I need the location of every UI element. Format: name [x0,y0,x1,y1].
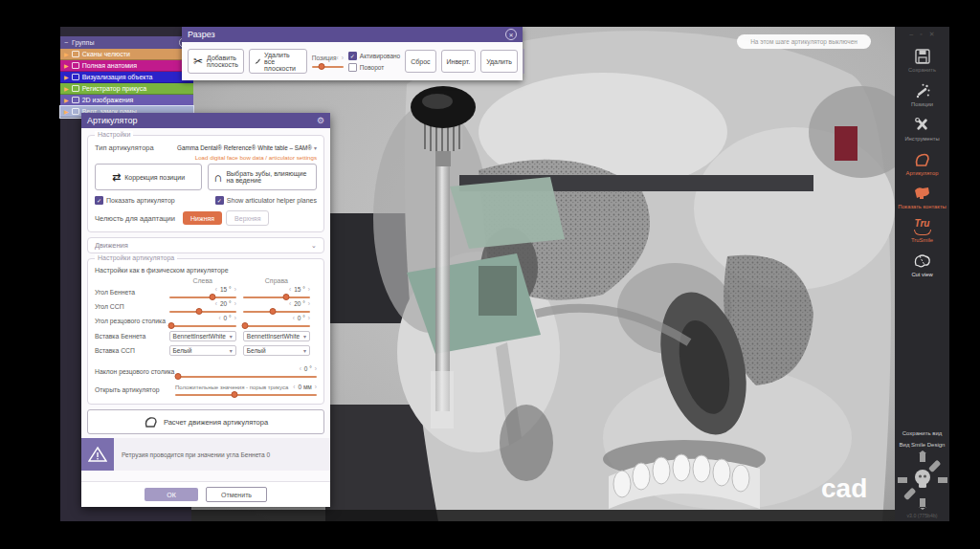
scp-angle-right-slider[interactable] [243,311,310,313]
bennett-angle-right-value[interactable]: 15 ° [294,286,305,293]
stepper-left-icon[interactable]: ‹ [218,315,220,321]
stepper-left-icon[interactable]: ‹ [293,384,295,390]
incisal-tilt-value[interactable]: 0 ° [304,365,312,372]
sidebar-item-articulator[interactable]: Артикулятор [895,152,949,177]
save-view-button[interactable]: Сохранить вид [902,430,943,436]
movements-section-toggle[interactable]: Движения ⌄ [87,237,324,253]
stepper-left-icon[interactable]: ‹ [337,55,339,61]
stepper-right-icon[interactable]: › [234,315,236,321]
slider-handle[interactable] [167,322,174,329]
select-guidance-teeth-button[interactable]: ∩ Выбрать зубы, влияющие на ведение [208,164,317,190]
incisal-angle-right-value[interactable]: 0 ° [298,315,305,321]
articulator-type-value[interactable]: Gamma Dental® Reference® White table – S… [177,144,312,151]
sidebar-item-positions[interactable]: Позиции [895,82,949,108]
slider-handle[interactable] [241,322,248,329]
reset-button[interactable]: Сброс [405,50,435,73]
expand-icon[interactable]: ▶ [64,62,69,69]
rotate-checkbox-row[interactable]: Поворот [348,63,400,72]
articulator-dialog-titlebar[interactable]: Артикулятор ⚙ [81,113,330,128]
delete-button[interactable]: Удалить [480,50,518,73]
group-row-bite-registration[interactable]: ▶ Регистратор прикуса [60,83,193,95]
bennett-insert-left-dropdown[interactable]: BennettInsertWhite ▾ [169,331,236,341]
jaw-upper-toggle[interactable]: Верхняя [226,210,269,226]
slider-handle[interactable] [174,373,181,380]
expand-icon[interactable]: ▶ [64,85,69,92]
bennett-angle-left-slider[interactable] [169,296,236,298]
show-helper-planes-checkbox[interactable]: ✓ [215,196,224,205]
incisal-angle-left-value[interactable]: 0 ° [224,315,232,321]
expand-icon[interactable]: ▶ [64,108,69,115]
scp-angle-left-value[interactable]: 20 ° [220,300,232,307]
sidebar-item-trusmile[interactable]: Tru TruSmile [895,219,949,244]
stepper-left-icon[interactable]: ‹ [215,286,217,293]
position-slider[interactable] [312,66,344,68]
compute-movement-button[interactable]: Расчет движения артикулятора [87,409,324,434]
activated-checkbox-row[interactable]: ✓ Активировано [348,52,400,60]
slider-handle[interactable] [283,294,290,300]
scp-insert-left-dropdown[interactable]: Белый ▾ [169,345,236,356]
stepper-left-icon[interactable]: ‹ [289,300,291,307]
position-correction-button[interactable]: ⇄ Коррекция позиции [95,164,202,190]
stepper-left-icon[interactable]: ‹ [300,365,301,372]
expand-icon[interactable]: ▶ [64,51,69,57]
scp-angle-right-value[interactable]: 20 ° [294,300,305,307]
maximize-icon[interactable]: ▫ [920,31,922,38]
stepper-right-icon[interactable]: › [308,300,310,307]
view-navigation-widget[interactable] [896,450,949,510]
sidebar-item-cut-view[interactable]: Cut view [895,253,949,278]
close-icon[interactable]: ✕ [929,31,935,38]
stepper-left-icon[interactable]: ‹ [289,286,291,293]
sidebar-item-show-contacts[interactable]: Показать контакты [895,186,949,210]
section-toolbar-titlebar[interactable]: Разрез ✕ [182,27,523,42]
show-articulator-checkbox[interactable]: ✓ [95,196,103,205]
sidebar-item-save[interactable]: Сохранить [895,48,949,74]
chevron-down-icon[interactable]: ▾ [314,144,317,151]
minimize-icon[interactable]: – [909,31,913,38]
incisal-tilt-slider[interactable] [175,376,317,378]
slider-handle[interactable] [232,391,238,398]
stepper-right-icon[interactable]: › [315,384,317,390]
smile-design-view-button[interactable]: Вид Smile Design [900,442,946,448]
group-row-jaw-scans[interactable]: ▶ Сканы челюсти [60,49,193,60]
groups-header[interactable]: − Группы ? [60,36,193,49]
group-row-2d-images[interactable]: ▶ 2D изображения [60,95,193,106]
bennett-angle-right-slider[interactable] [243,296,310,298]
stepper-right-icon[interactable]: › [234,286,236,293]
expand-icon[interactable]: ▶ [64,74,69,80]
bennett-angle-left-value[interactable]: 15 ° [220,286,232,293]
group-row-full-anatomy[interactable]: ▶ Полная анатомия [60,60,193,72]
collapse-icon[interactable]: − [64,39,68,46]
plane-color-swatch[interactable] [523,49,524,74]
stepper-right-icon[interactable]: › [315,365,317,372]
jaw-lower-toggle[interactable]: Нижняя [183,211,222,225]
expand-icon[interactable]: ▶ [64,97,69,103]
close-icon[interactable]: ✕ [505,29,517,40]
scp-insert-right-dropdown[interactable]: Белый ▾ [243,345,310,356]
cancel-button[interactable]: Отменить [206,487,267,502]
remove-all-planes-button[interactable]: Удалить все плоскости [249,49,307,74]
gear-icon[interactable]: ⚙ [317,116,324,125]
bennett-insert-right-dropdown[interactable]: BennettInsertWhite ▾ [243,331,310,341]
rotate-checkbox[interactable] [348,63,357,72]
stepper-right-icon[interactable]: › [234,300,236,307]
slider-handle[interactable] [270,308,277,315]
facebow-link[interactable]: Load digital face bow data / articulator… [95,154,317,161]
slider-handle[interactable] [196,308,203,315]
stepper-right-icon[interactable]: › [308,315,310,321]
stepper-right-icon[interactable]: › [308,286,310,293]
open-articulator-slider[interactable] [175,394,317,396]
slider-handle[interactable] [210,294,216,300]
ok-button[interactable]: ОК [145,488,198,501]
scp-angle-left-slider[interactable] [169,311,236,313]
group-row-object-visualization[interactable]: ▶ Визуализация объекта [60,72,193,83]
invert-button[interactable]: Инверт. [441,50,477,73]
incisal-angle-right-slider[interactable] [243,325,310,327]
stepper-right-icon[interactable]: › [342,55,344,61]
activated-checkbox[interactable]: ✓ [348,52,357,60]
open-articulator-value[interactable]: 0 мм [298,384,311,390]
incisal-angle-left-slider[interactable] [169,325,236,327]
sidebar-item-tools[interactable]: Инструменты [895,117,949,143]
stepper-left-icon[interactable]: ‹ [215,300,217,307]
add-plane-button[interactable]: ✂ Добавить плоскость [188,49,244,74]
stepper-left-icon[interactable]: ‹ [293,315,295,321]
